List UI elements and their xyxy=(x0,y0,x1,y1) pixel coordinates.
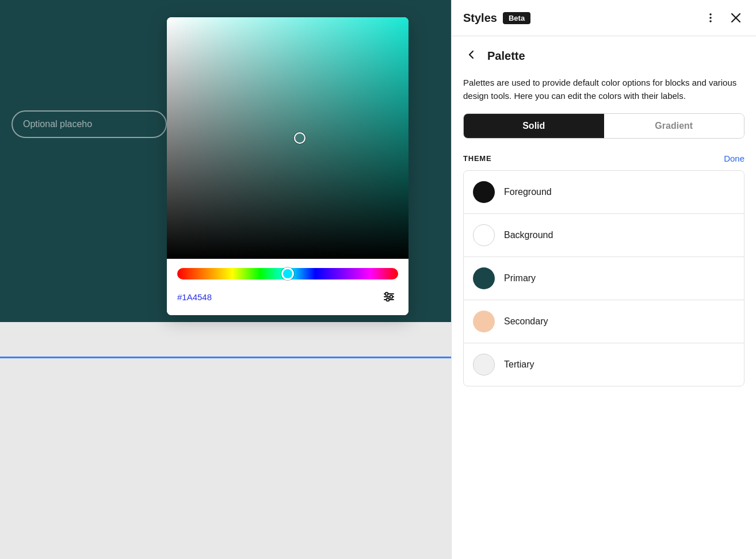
placeholder-text: Optional placeho xyxy=(23,119,92,129)
svg-point-7 xyxy=(709,17,712,19)
panel-header-right xyxy=(702,9,744,26)
hue-thumb xyxy=(281,267,294,280)
back-icon xyxy=(465,49,477,60)
hex-row: #1A4548 xyxy=(177,288,398,306)
beta-badge: Beta xyxy=(503,12,530,24)
foreground-swatch xyxy=(473,181,495,203)
back-button[interactable] xyxy=(463,47,479,66)
tertiary-label: Tertiary xyxy=(504,359,534,370)
hex-value[interactable]: #1A4548 xyxy=(177,292,212,302)
primary-swatch xyxy=(473,267,495,289)
svg-point-8 xyxy=(709,20,712,22)
more-options-button[interactable] xyxy=(702,9,719,26)
color-item-secondary[interactable]: Secondary xyxy=(464,300,744,343)
color-list: Foreground Background Primary Secondary … xyxy=(463,170,744,386)
panel-header: Styles Beta xyxy=(452,0,756,36)
background-label: Background xyxy=(504,230,553,240)
color-item-primary[interactable]: Primary xyxy=(464,257,744,300)
color-item-tertiary[interactable]: Tertiary xyxy=(464,343,744,386)
palette-title: Palette xyxy=(487,49,525,63)
canvas-area: Optional placeho #1A4548 xyxy=(0,0,451,559)
secondary-swatch xyxy=(473,311,495,332)
close-icon xyxy=(730,12,742,24)
theme-label: THEME xyxy=(463,154,491,163)
color-item-foreground[interactable]: Foreground xyxy=(464,171,744,214)
color-settings-button[interactable] xyxy=(380,288,398,306)
tertiary-swatch xyxy=(473,354,495,376)
svg-point-3 xyxy=(385,293,388,296)
secondary-label: Secondary xyxy=(504,316,548,327)
svg-point-4 xyxy=(390,296,393,298)
placeholder-input[interactable]: Optional placeho xyxy=(12,110,167,138)
gradient-cursor xyxy=(294,132,306,144)
toggle-group: Solid Gradient xyxy=(463,113,744,139)
right-panel: Styles Beta P xyxy=(451,0,756,559)
color-gradient-area[interactable] xyxy=(167,17,408,259)
hue-slider[interactable] xyxy=(177,268,398,280)
svg-point-6 xyxy=(709,13,712,16)
hex-hash: #1A4548 xyxy=(177,292,212,302)
panel-description: Palettes are used to provide default col… xyxy=(452,76,756,113)
panel-header-left: Styles Beta xyxy=(463,12,530,25)
styles-title: Styles xyxy=(463,12,497,25)
hue-slider-container xyxy=(177,268,398,280)
sliders-icon xyxy=(382,290,396,304)
toggle-row: Solid Gradient xyxy=(452,113,756,149)
color-picker-popup: #1A4548 xyxy=(167,17,408,315)
background-swatch xyxy=(473,224,495,246)
blue-line xyxy=(0,357,451,358)
color-item-background[interactable]: Background xyxy=(464,214,744,257)
solid-toggle[interactable]: Solid xyxy=(464,114,604,138)
more-options-icon xyxy=(704,12,717,24)
theme-section: THEME Done Foreground Background Primary xyxy=(452,149,756,560)
svg-point-5 xyxy=(387,298,390,301)
gradient-toggle[interactable]: Gradient xyxy=(604,114,744,138)
theme-header: THEME Done xyxy=(463,154,744,163)
foreground-label: Foreground xyxy=(504,187,552,197)
panel-subheader: Palette xyxy=(452,36,756,76)
done-button[interactable]: Done xyxy=(724,154,744,163)
close-button[interactable] xyxy=(727,9,744,26)
primary-label: Primary xyxy=(504,273,536,284)
picker-controls: #1A4548 xyxy=(167,259,408,315)
